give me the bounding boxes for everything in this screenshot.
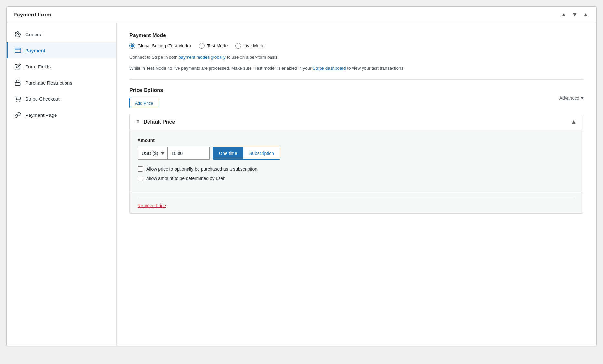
svg-rect-3 — [15, 82, 20, 85]
collapse-up-icon[interactable]: ▲ — [560, 11, 568, 18]
payment-mode-description1: Connect to Stripe in both payment modes … — [129, 54, 583, 61]
subscription-button[interactable]: Subscription — [243, 147, 280, 160]
price-options-section: Price Options Add Price Advanced ▾ ≡ Def… — [129, 87, 583, 214]
drag-handle-icon[interactable]: ≡ — [136, 118, 140, 125]
sidebar-item-general[interactable]: General — [7, 26, 116, 42]
payment-mode-title: Payment Mode — [129, 33, 583, 38]
sidebar-item-label-payment: Payment — [25, 48, 46, 53]
subscription-checkbox-row: Allow price to optionally be purchased a… — [138, 166, 575, 172]
amount-label: Amount — [138, 138, 575, 143]
price-card-body: Amount USD ($) EUR (€) GBP (£) One time … — [130, 130, 583, 193]
add-price-button[interactable]: Add Price — [129, 98, 158, 108]
edit-icon — [14, 63, 21, 70]
sidebar-item-label-stripe-checkout: Stripe Checkout — [25, 96, 60, 102]
svg-point-5 — [20, 101, 20, 102]
amount-controls: USD ($) EUR (€) GBP (£) One time Subscri… — [138, 147, 575, 160]
allow-subscription-label: Allow price to optionally be purchased a… — [146, 167, 257, 172]
radio-test-mode-label: Test Mode — [207, 43, 228, 48]
payment-modes-globally-link[interactable]: payment modes globally — [179, 55, 226, 60]
radio-test-mode-input[interactable] — [199, 43, 205, 49]
radio-global-setting[interactable]: Global Setting (Test Mode) — [129, 43, 191, 49]
remove-price-button[interactable]: Remove Price — [138, 203, 166, 208]
payment-type-group: One time Subscription — [213, 147, 280, 160]
title-bar-controls: ▲ ▼ ▲ — [560, 11, 590, 18]
currency-select[interactable]: USD ($) EUR (€) GBP (£) — [138, 147, 168, 160]
lock-icon — [14, 79, 21, 86]
radio-live-mode-input[interactable] — [235, 43, 241, 49]
advanced-link[interactable]: Advanced ▾ — [559, 96, 583, 101]
allow-user-amount-label: Allow amount to be determined by user — [146, 176, 225, 181]
sidebar-item-form-fields[interactable]: Form Fields — [7, 58, 116, 75]
layout: General Payment Form F — [7, 23, 596, 346]
payment-mode-radio-group: Global Setting (Test Mode) Test Mode Liv… — [129, 43, 583, 49]
main-content: Payment Mode Global Setting (Test Mode) … — [117, 23, 596, 346]
link-icon — [14, 111, 21, 118]
radio-global-setting-input[interactable] — [129, 43, 135, 49]
payment-mode-description2: While in Test Mode no live payments are … — [129, 65, 583, 72]
one-time-button[interactable]: One time — [213, 147, 243, 160]
advanced-label: Advanced — [559, 96, 579, 101]
stripe-dashboard-link[interactable]: Stripe dashboard — [313, 66, 346, 71]
sidebar-item-label-general: General — [25, 32, 42, 37]
price-card-header-left: ≡ Default Price — [136, 118, 175, 125]
allow-subscription-checkbox[interactable] — [138, 166, 143, 172]
radio-test-mode[interactable]: Test Mode — [199, 43, 228, 49]
chevron-down-icon: ▾ — [581, 96, 583, 101]
allow-user-amount-checkbox[interactable] — [138, 176, 143, 181]
user-amount-checkbox-row: Allow amount to be determined by user — [138, 176, 575, 181]
sidebar-item-label-payment-page: Payment Page — [25, 112, 57, 118]
title-bar: Payment Form ▲ ▼ ▲ — [7, 7, 596, 23]
price-options-left: Price Options Add Price — [129, 87, 163, 108]
payment-mode-section: Payment Mode Global Setting (Test Mode) … — [129, 33, 583, 72]
sidebar: General Payment Form F — [7, 23, 117, 346]
radio-live-mode-label: Live Mode — [243, 43, 264, 48]
gear-icon — [14, 31, 21, 38]
radio-live-mode[interactable]: Live Mode — [235, 43, 264, 49]
collapse-price-card-button[interactable]: ▲ — [571, 118, 577, 125]
section-divider — [129, 79, 583, 80]
app-window: Payment Form ▲ ▼ ▲ General — [6, 6, 597, 346]
footer-divider — [138, 198, 575, 198]
price-options-header: Price Options Add Price Advanced ▾ — [129, 87, 583, 108]
price-card-footer: Remove Price — [130, 193, 583, 213]
svg-point-4 — [17, 101, 17, 102]
sidebar-item-payment[interactable]: Payment — [7, 42, 116, 58]
credit-card-icon — [14, 47, 21, 54]
sidebar-item-label-form-fields: Form Fields — [25, 64, 51, 69]
expand-icon[interactable]: ▲ — [581, 11, 590, 18]
collapse-down-icon[interactable]: ▼ — [570, 11, 579, 18]
svg-point-0 — [17, 34, 19, 35]
amount-input[interactable] — [168, 147, 210, 160]
price-card-header: ≡ Default Price ▲ — [130, 114, 583, 130]
radio-global-setting-label: Global Setting (Test Mode) — [138, 43, 191, 48]
sidebar-item-payment-page[interactable]: Payment Page — [7, 107, 116, 123]
default-price-title: Default Price — [144, 119, 175, 125]
sidebar-item-label-purchase-restrictions: Purchase Restrictions — [25, 80, 72, 86]
sidebar-item-stripe-checkout[interactable]: Stripe Checkout — [7, 91, 116, 107]
cart-icon — [14, 95, 21, 102]
sidebar-item-purchase-restrictions[interactable]: Purchase Restrictions — [7, 75, 116, 91]
default-price-card: ≡ Default Price ▲ Amount USD ($) EUR (€)… — [129, 114, 583, 214]
price-options-title: Price Options — [129, 87, 163, 93]
svg-rect-1 — [15, 48, 21, 52]
window-title: Payment Form — [13, 12, 51, 18]
